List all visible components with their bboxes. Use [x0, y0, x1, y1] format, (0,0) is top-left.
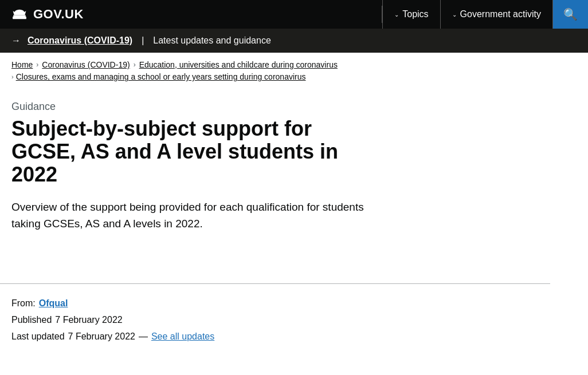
site-header: GOV.UK ⌄ Topics ⌄ Government activity 🔍	[0, 0, 588, 29]
covid-arrow-icon: →	[11, 35, 21, 46]
published-row: Published 7 February 2022	[11, 312, 577, 329]
breadcrumb: Home › Coronavirus (COVID-19) › Educatio…	[0, 53, 588, 84]
topics-chevron-icon: ⌄	[394, 11, 399, 18]
article-header: Guidance Subject-by-subject support for …	[0, 84, 550, 272]
page-description: Overview of the support being provided f…	[11, 199, 378, 232]
crown-icon	[11, 8, 28, 21]
main-nav: ⌄ Topics ⌄ Government activity 🔍	[382, 0, 588, 29]
content-divider	[0, 283, 550, 284]
gov-uk-logo[interactable]: GOV.UK	[0, 0, 95, 29]
breadcrumb-covid[interactable]: Coronavirus (COVID-19)	[42, 58, 130, 71]
updated-label: Last updated	[11, 329, 65, 345]
published-date: 7 February 2022	[55, 312, 122, 329]
government-activity-chevron-icon: ⌄	[452, 11, 457, 18]
breadcrumb-education[interactable]: Education, universities and childcare du…	[139, 58, 338, 71]
em-dash: —	[139, 329, 148, 345]
breadcrumb-closures[interactable]: Closures, exams and managing a school or…	[16, 72, 306, 81]
covid-description: Latest updates and guidance	[153, 35, 271, 46]
government-activity-nav-item[interactable]: ⌄ Government activity	[440, 0, 552, 29]
guidance-label: Guidance	[11, 101, 539, 113]
breadcrumb-row-1: Home › Coronavirus (COVID-19) › Educatio…	[11, 58, 577, 71]
gov-uk-wordmark: GOV.UK	[33, 7, 84, 22]
breadcrumb-chevron-icon: ›	[11, 73, 14, 80]
metadata-section: From: Ofqual Published 7 February 2022 L…	[0, 295, 588, 345]
breadcrumb-row-2: › Closures, exams and managing a school …	[11, 72, 577, 81]
see-all-updates-link[interactable]: See all updates	[151, 329, 214, 345]
updated-row: Last updated 7 February 2022 — See all u…	[11, 329, 577, 345]
main-content: Guidance Subject-by-subject support for …	[0, 84, 588, 345]
government-activity-nav-label: Government activity	[460, 9, 541, 19]
covid-link[interactable]: Coronavirus (COVID-19)	[28, 35, 132, 46]
published-label: Published	[11, 312, 52, 329]
from-org-link[interactable]: Ofqual	[39, 295, 68, 312]
updated-date: 7 February 2022	[68, 329, 135, 345]
svg-rect-1	[13, 17, 26, 19]
covid-banner: → Coronavirus (COVID-19) | Latest update…	[0, 29, 588, 53]
from-label: From:	[11, 295, 36, 312]
search-icon: 🔍	[563, 7, 578, 21]
covid-divider: |	[142, 35, 144, 46]
breadcrumb-sep-1: ›	[36, 60, 38, 70]
from-row: From: Ofqual	[11, 295, 577, 312]
search-button[interactable]: 🔍	[552, 0, 588, 29]
topics-nav-item[interactable]: ⌄ Topics	[382, 0, 440, 29]
breadcrumb-home[interactable]: Home	[11, 58, 33, 71]
page-title: Subject-by-subject support for GCSE, AS …	[11, 117, 367, 185]
svg-rect-0	[13, 15, 26, 17]
breadcrumb-sep-2: ›	[134, 60, 136, 70]
topics-nav-label: Topics	[402, 9, 428, 19]
